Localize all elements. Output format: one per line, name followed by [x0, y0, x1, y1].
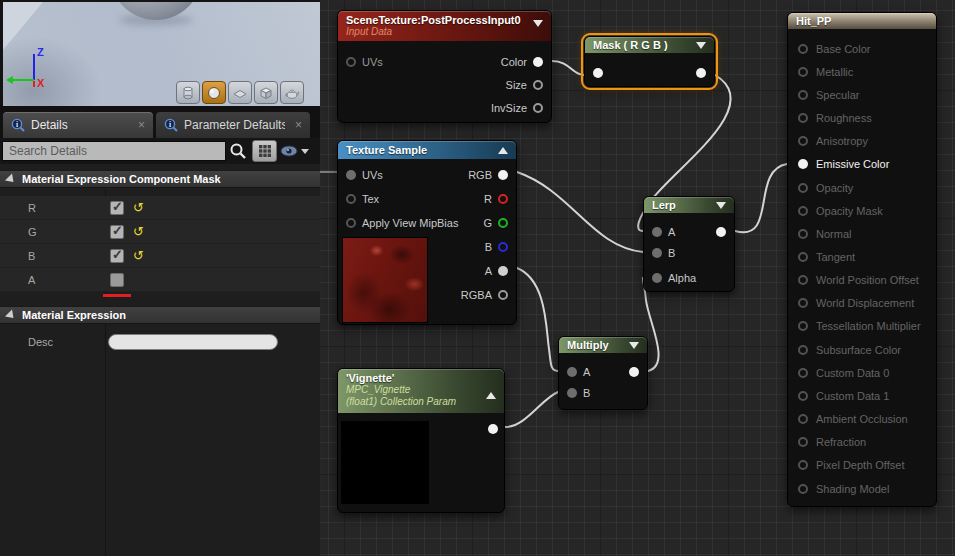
- material-preview-viewport[interactable]: Z X: [0, 0, 320, 106]
- node-scenetexture-header[interactable]: SceneTexture:PostProcessInput0 Input Dat…: [338, 11, 551, 41]
- chevron-down-icon[interactable]: [716, 202, 726, 209]
- node-scenetexture[interactable]: SceneTexture:PostProcessInput0 Input Dat…: [337, 10, 552, 123]
- pin-circle[interactable]: [346, 218, 356, 228]
- input-pin-opacity[interactable]: Opacity: [788, 176, 936, 199]
- desc-field[interactable]: [108, 334, 278, 350]
- pin-circle[interactable]: [498, 290, 508, 300]
- output-pin-a[interactable]: A: [485, 261, 508, 281]
- preview-shape-plane-button[interactable]: [228, 81, 252, 104]
- pin-circle[interactable]: [798, 368, 808, 378]
- input-pin-a[interactable]: A: [567, 362, 590, 382]
- pin-circle[interactable]: [716, 227, 726, 237]
- pin-circle[interactable]: [798, 44, 808, 54]
- node-texture-sample-header[interactable]: Texture Sample: [338, 141, 516, 159]
- display-filter-grid-button[interactable]: [252, 140, 277, 162]
- input-pin-roughness[interactable]: Roughness: [788, 106, 936, 129]
- input-pin-world-position-offset[interactable]: World Position Offset: [788, 269, 936, 292]
- vignette-output-pin[interactable]: [488, 419, 498, 439]
- chevron-up-icon[interactable]: [486, 392, 496, 399]
- pin-circle[interactable]: [798, 275, 808, 285]
- input-pin-a[interactable]: A: [652, 222, 675, 242]
- pin-circle[interactable]: [533, 103, 543, 113]
- node-mask-header[interactable]: Mask ( R G B ): [585, 37, 714, 53]
- tab-details[interactable]: i Details ×: [3, 112, 153, 138]
- checkbox-r[interactable]: ✓: [110, 201, 124, 215]
- view-options-button[interactable]: [280, 140, 310, 162]
- mask-output-pin[interactable]: [696, 63, 706, 83]
- input-pin-apply-view-mipbias[interactable]: Apply View MipBias: [346, 213, 458, 233]
- tab-parameter-defaults-close-icon[interactable]: ×: [295, 118, 302, 132]
- pin-circle[interactable]: [798, 113, 808, 123]
- preview-shape-sphere-button[interactable]: [202, 81, 226, 104]
- input-pin-uvs[interactable]: UVs: [346, 52, 383, 72]
- output-pin-color[interactable]: Color: [501, 52, 543, 72]
- node-lerp[interactable]: Lerp A B Alpha: [643, 196, 735, 292]
- output-pin-r[interactable]: R: [484, 189, 508, 209]
- input-pin-pixel-depth-offset[interactable]: Pixel Depth Offset: [788, 454, 936, 477]
- section-header-component-mask[interactable]: Material Expression Component Mask: [0, 170, 320, 188]
- pin-circle[interactable]: [798, 321, 808, 331]
- pin-circle[interactable]: [798, 206, 808, 216]
- pin-circle[interactable]: [798, 345, 808, 355]
- mask-input-pin[interactable]: [593, 63, 603, 83]
- node-texture-sample[interactable]: Texture Sample UVs Tex Apply View MipBia…: [337, 140, 517, 325]
- input-pin-anisotropy[interactable]: Anisotropy: [788, 130, 936, 153]
- pin-circle[interactable]: [498, 194, 508, 204]
- tab-details-close-icon[interactable]: ×: [138, 118, 145, 132]
- pin-circle[interactable]: [798, 414, 808, 424]
- input-pin-b[interactable]: B: [567, 383, 590, 403]
- pin-circle[interactable]: [798, 484, 808, 494]
- pin-circle[interactable]: [498, 266, 508, 276]
- chevron-up-icon[interactable]: [498, 147, 508, 154]
- pin-circle[interactable]: [629, 367, 639, 377]
- pin-circle[interactable]: [798, 229, 808, 239]
- preview-shape-teapot-button[interactable]: [280, 81, 304, 104]
- output-pin-b[interactable]: B: [485, 237, 508, 257]
- pin-circle[interactable]: [798, 136, 808, 146]
- node-multiply-header[interactable]: Multiply: [559, 337, 647, 353]
- preview-shape-cube-button[interactable]: [254, 81, 278, 104]
- input-pin-shading-model[interactable]: Shading Model: [788, 477, 936, 500]
- pin-circle[interactable]: [533, 57, 543, 67]
- reset-to-default-icon[interactable]: ↺: [133, 201, 144, 214]
- pin-circle[interactable]: [798, 159, 808, 169]
- input-pin-custom-data-1[interactable]: Custom Data 1: [788, 384, 936, 407]
- details-column-splitter[interactable]: [105, 324, 106, 556]
- chevron-down-icon[interactable]: [629, 342, 639, 349]
- pin-circle[interactable]: [533, 80, 543, 90]
- input-pin-world-displacement[interactable]: World Displacement: [788, 292, 936, 315]
- pin-circle[interactable]: [346, 57, 356, 67]
- input-pin-normal[interactable]: Normal: [788, 222, 936, 245]
- material-node-graph[interactable]: SceneTexture:PostProcessInput0 Input Dat…: [320, 0, 955, 556]
- node-vignette-header[interactable]: 'Vignette' MPC_Vignette (float1) Collect…: [338, 369, 504, 413]
- node-hit-pp-header[interactable]: Hit_PP: [788, 13, 936, 29]
- node-multiply[interactable]: Multiply A B: [558, 336, 648, 410]
- input-pin-base-color[interactable]: Base Color: [788, 37, 936, 60]
- search-details-input[interactable]: [2, 141, 226, 161]
- input-pin-tex[interactable]: Tex: [346, 189, 379, 209]
- multiply-output-pin[interactable]: [629, 362, 639, 382]
- chevron-down-icon[interactable]: [696, 42, 706, 49]
- pin-circle[interactable]: [498, 170, 508, 180]
- input-pin-refraction[interactable]: Refraction: [788, 431, 936, 454]
- input-pin-tessellation-multiplier[interactable]: Tessellation Multiplier: [788, 315, 936, 338]
- output-pin-size[interactable]: Size: [506, 75, 543, 95]
- pin-circle[interactable]: [346, 194, 356, 204]
- input-pin-tangent[interactable]: Tangent: [788, 245, 936, 268]
- node-vignette-collection-param[interactable]: 'Vignette' MPC_Vignette (float1) Collect…: [337, 368, 505, 513]
- reset-to-default-icon[interactable]: ↺: [133, 249, 144, 262]
- node-hit-pp-result[interactable]: Hit_PP Base Color Metallic Specular Roug…: [787, 12, 937, 507]
- reset-to-default-icon[interactable]: ↺: [133, 225, 144, 238]
- node-lerp-header[interactable]: Lerp: [644, 197, 734, 213]
- output-pin-rgb[interactable]: RGB: [468, 165, 508, 185]
- input-pin-alpha[interactable]: Alpha: [652, 268, 696, 288]
- pin-circle[interactable]: [798, 298, 808, 308]
- pin-circle[interactable]: [488, 424, 498, 434]
- input-pin-metallic[interactable]: Metallic: [788, 60, 936, 83]
- section-header-material-expression[interactable]: Material Expression: [0, 306, 320, 324]
- pin-circle[interactable]: [798, 252, 808, 262]
- pin-circle[interactable]: [652, 248, 662, 258]
- tab-parameter-defaults[interactable]: i Parameter Defaults ×: [156, 112, 310, 138]
- pin-circle[interactable]: [798, 67, 808, 77]
- pin-circle[interactable]: [567, 388, 577, 398]
